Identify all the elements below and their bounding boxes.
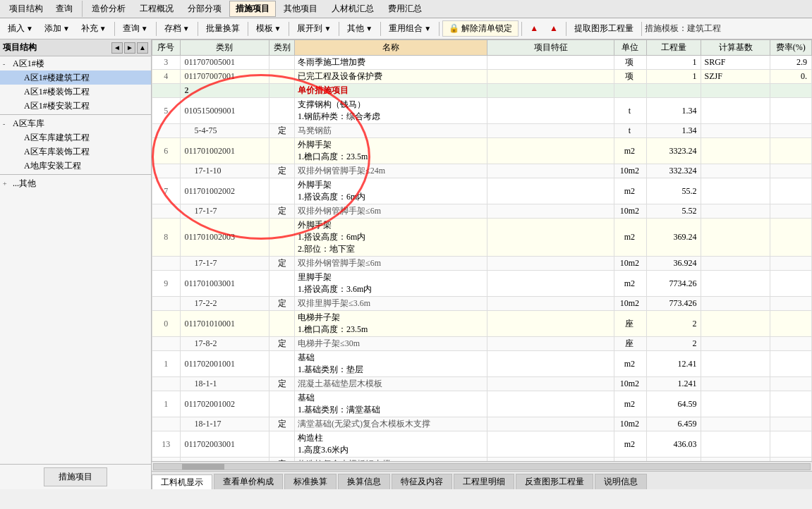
ctrl-left-btn[interactable]: ◄ bbox=[111, 42, 123, 54]
table-row[interactable]: 0 011701010001 电梯井子架 1.檐口高度：23.5m 座 2 bbox=[152, 311, 812, 337]
measures-btn[interactable]: 措施项目 bbox=[44, 467, 107, 486]
bottom-tab[interactable]: 反查图形工程量 bbox=[516, 474, 593, 489]
table-row[interactable]: 18-1-1 定 混凝土基础垫层木模板 10m2 1.241 bbox=[152, 377, 812, 391]
left-panel-controls: ◄ ► ▲ bbox=[111, 42, 148, 54]
cell-feature bbox=[487, 417, 614, 431]
reuse-group-button[interactable]: 重用组合▼ bbox=[384, 20, 436, 37]
tab-fenbufenxiang[interactable]: 分部分项 bbox=[181, 1, 228, 17]
cell-name: 基础 1.基础类别：满堂基础 bbox=[295, 391, 487, 417]
tree-node-cheku[interactable]: - A区车库 bbox=[0, 116, 151, 130]
tab-qitaxiangmu[interactable]: 其他项目 bbox=[277, 1, 324, 17]
warning-btn[interactable]: ▲ bbox=[525, 21, 543, 36]
add-button[interactable]: 添加▼ bbox=[40, 20, 75, 37]
bottom-tab[interactable]: 标准换算 bbox=[284, 474, 337, 489]
tab-cuoshi[interactable]: 措施项目 bbox=[229, 1, 276, 17]
cell-code: 011707005001 bbox=[180, 56, 269, 70]
table-row[interactable]: 17-1-7 定 双排外钢管脚手架≤6m 10m2 5.52 bbox=[152, 204, 812, 219]
cell-name: 外脚手架 1.檐口高度：23.5m bbox=[295, 138, 487, 164]
table-row[interactable]: 5 010515009001 支撑钢构（钱马） 1.钢筋种类：综合考虑 t 1.… bbox=[152, 98, 812, 124]
cell-rate bbox=[770, 84, 811, 98]
batch-calc-button[interactable]: 批量换算 bbox=[201, 20, 245, 37]
cell-code: 011701002001 bbox=[180, 138, 269, 164]
ctrl-up-btn[interactable]: ▲ bbox=[137, 42, 148, 54]
cell-qty: 1.241 bbox=[646, 377, 701, 391]
bottom-tab[interactable]: 特征及内容 bbox=[392, 474, 452, 489]
expand-button[interactable]: 展开到▼ bbox=[292, 20, 336, 37]
sep7 bbox=[380, 22, 381, 36]
cell-name: 单价措施项目 bbox=[295, 84, 487, 98]
menu-item-query[interactable]: 查询 bbox=[49, 1, 79, 17]
insert-button[interactable]: 插入▼ bbox=[3, 20, 38, 37]
table-row[interactable]: 8 011701002003 外脚手架 1.搭设高度：6m内 2.部位：地下室 … bbox=[152, 219, 812, 257]
tree-node-cheku-jz[interactable]: A区车库建筑工程 bbox=[0, 130, 151, 145]
bottom-tab[interactable]: 工料机显示 bbox=[152, 474, 212, 489]
cell-unit: t bbox=[614, 98, 646, 124]
tree-node-other[interactable]: + ...其他 bbox=[0, 176, 151, 190]
data-table-container[interactable]: 序号 类别 类别 名称 项目特征 单位 工程量 计算基数 费率(%) 3 bbox=[152, 39, 812, 461]
tree-node-a1lou[interactable]: - A区1#楼 bbox=[0, 56, 151, 70]
replenish-button[interactable]: 补充▼ bbox=[76, 20, 111, 37]
cell-base bbox=[701, 377, 770, 391]
cell-rate bbox=[770, 219, 811, 257]
tab-rencaiji[interactable]: 人材机汇总 bbox=[325, 1, 380, 17]
top-menu-bar: 项目结构 查询 造价分析 工程概况 分部分项 措施项目 其他项目 人材机汇总 费… bbox=[0, 0, 812, 18]
table-row[interactable]: 18-1-17 定 满堂基础(无梁式)复合木模板木支撑 10m2 6.459 bbox=[152, 417, 812, 431]
cell-seq: 9 bbox=[152, 271, 181, 297]
table-row[interactable]: 1 011702001001 基础 1.基础类别：垫层 m2 12.41 bbox=[152, 351, 812, 377]
scroll-thumb[interactable] bbox=[182, 464, 224, 470]
table-row[interactable]: 17-1-7 定 双排外钢管脚手架≤6m 10m2 36.924 bbox=[152, 257, 812, 271]
bottom-tab[interactable]: 工程里明细 bbox=[454, 474, 514, 489]
other-button[interactable]: 其他▼ bbox=[342, 20, 377, 37]
cell-name: 支撑钢构（钱马） 1.钢筋种类：综合考虑 bbox=[295, 98, 487, 124]
template-button[interactable]: 模板▼ bbox=[251, 20, 286, 37]
table-row[interactable]: 17-8-2 定 电梯井子架≤30m 座 2 bbox=[152, 337, 812, 351]
cell-base bbox=[701, 98, 770, 124]
cell-rate bbox=[770, 164, 811, 178]
tree-node-cheku-zs[interactable]: A区车库装饰工程 bbox=[0, 145, 151, 159]
scroll-track[interactable] bbox=[153, 463, 811, 470]
tab-zaojia[interactable]: 造价分析 bbox=[85, 1, 132, 17]
bottom-tab[interactable]: 换算信息 bbox=[338, 474, 390, 489]
cell-rate bbox=[770, 257, 811, 271]
save-button[interactable]: 存档▼ bbox=[159, 20, 195, 37]
unlock-button[interactable]: 🔒解除清单锁定 bbox=[442, 20, 519, 37]
cell-name: 外脚手架 1.搭设高度：6m内 bbox=[295, 178, 487, 204]
main-layout: 项目结构 ◄ ► ▲ - A区1#楼 A区1#楼建筑工程 A区1#楼装饰工程 bbox=[0, 39, 812, 489]
cell-type: 定 bbox=[269, 164, 295, 178]
node-label8: A地库安装工程 bbox=[24, 160, 81, 172]
table-row[interactable]: 13 011702003001 构造柱 1.高度3.6米内 m2 436.03 bbox=[152, 431, 812, 458]
ctrl-right-btn[interactable]: ► bbox=[124, 42, 135, 54]
node-label5: A区车库 bbox=[13, 118, 44, 130]
th-seq: 序号 bbox=[152, 40, 181, 56]
tree-node-jianzhu[interactable]: A区1#楼建筑工程 bbox=[0, 70, 151, 85]
table-row[interactable]: 5-4-75 定 马凳钢筋 t 1.34 bbox=[152, 124, 812, 138]
extract-btn[interactable]: 提取图形工程量 bbox=[569, 20, 638, 37]
bottom-tab[interactable]: 查看单价构成 bbox=[214, 474, 283, 489]
table-row[interactable]: 17-1-10 定 双排外钢管脚手架≤24m 10m2 332.324 bbox=[152, 164, 812, 178]
cell-code: 011701003001 bbox=[180, 271, 269, 297]
table-row[interactable]: 17-2-2 定 双排里脚手架≤3.6m 10m2 773.426 bbox=[152, 297, 812, 311]
menu-item-structure[interactable]: 项目结构 bbox=[3, 1, 49, 17]
bottom-tab[interactable]: 说明信息 bbox=[595, 474, 647, 489]
tree-node-anzhuang[interactable]: A区1#楼安装工程 bbox=[0, 99, 151, 113]
cell-feature bbox=[487, 219, 614, 257]
table-row[interactable]: 4 011707007001 已完工程及设备保护费 项 1 SZJF 0. bbox=[152, 70, 812, 84]
tab-feiyong[interactable]: 费用汇总 bbox=[382, 1, 428, 17]
cell-code: 17-2-2 bbox=[180, 297, 269, 311]
tree-area: - A区1#楼 A区1#楼建筑工程 A区1#楼装饰工程 A区1#楼安装工程 - … bbox=[0, 56, 151, 464]
warning2-btn[interactable]: ▲ bbox=[545, 21, 563, 36]
tree-node-cheku-az[interactable]: A地库安装工程 bbox=[0, 159, 151, 173]
table-row[interactable]: 3 011707005001 冬雨季施工增加费 项 1 SRGF 2.9 bbox=[152, 56, 812, 70]
table-row[interactable]: 9 011701003001 里脚手架 1.搭设高度：3.6m内 m2 7734… bbox=[152, 271, 812, 297]
table-row[interactable]: 6 011701002001 外脚手架 1.檐口高度：23.5m m2 3323… bbox=[152, 138, 812, 164]
table-row[interactable]: 7 011701002002 外脚手架 1.搭设高度：6m内 m2 55.2 bbox=[152, 178, 812, 204]
tree-node-zhuangshi[interactable]: A区1#楼装饰工程 bbox=[0, 85, 151, 99]
tab-gongcheng[interactable]: 工程概况 bbox=[133, 1, 180, 17]
query-button[interactable]: 查询▼ bbox=[118, 20, 153, 37]
cell-qty: 369.24 bbox=[646, 219, 701, 257]
cell-name: 双排外钢管脚手架≤6m bbox=[295, 257, 487, 271]
table-row[interactable]: 2 单价措施项目 bbox=[152, 84, 812, 98]
sep2 bbox=[156, 22, 157, 36]
horizontal-scrollbar[interactable] bbox=[152, 461, 812, 471]
table-row[interactable]: 1 011702001002 基础 1.基础类别：满堂基础 m2 64.59 bbox=[152, 391, 812, 417]
